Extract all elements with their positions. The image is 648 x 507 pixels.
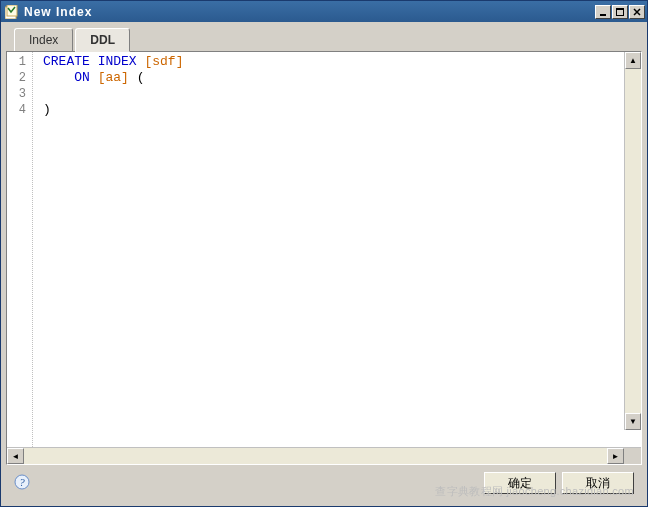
scroll-down-arrow[interactable]: ▼ bbox=[625, 413, 641, 430]
editor-frame: 1 2 3 4 CREATE INDEX [sdf] ON [aa] ( ) ▲… bbox=[6, 51, 642, 465]
sql-keyword: CREATE bbox=[43, 54, 90, 69]
tab-ddl[interactable]: DDL bbox=[75, 28, 130, 52]
dialog-content: Index DDL 1 2 3 4 CREATE INDEX [sdf] ON … bbox=[1, 22, 647, 506]
sql-text: ( bbox=[129, 70, 145, 85]
sql-keyword: INDEX bbox=[98, 54, 137, 69]
line-number: 3 bbox=[7, 86, 32, 102]
svg-rect-4 bbox=[616, 8, 624, 10]
scroll-up-arrow[interactable]: ▲ bbox=[625, 52, 641, 69]
title-bar[interactable]: New Index bbox=[1, 1, 647, 22]
scroll-corner bbox=[624, 448, 641, 464]
sql-keyword: ON bbox=[74, 70, 90, 85]
sql-text: ) bbox=[43, 102, 51, 117]
ok-button[interactable]: 确定 bbox=[484, 472, 556, 494]
window-title: New Index bbox=[24, 5, 595, 19]
line-number: 1 bbox=[7, 54, 32, 70]
line-number: 4 bbox=[7, 102, 32, 118]
editor-body: 1 2 3 4 CREATE INDEX [sdf] ON [aa] ( ) ▲… bbox=[7, 52, 641, 447]
scroll-right-arrow[interactable]: ► bbox=[607, 448, 624, 464]
tab-bar: Index DDL bbox=[6, 27, 642, 51]
app-icon bbox=[4, 4, 20, 20]
help-icon[interactable]: ? bbox=[14, 474, 30, 493]
vertical-scrollbar[interactable]: ▲ ▼ bbox=[624, 52, 641, 430]
sql-identifier: [sdf] bbox=[144, 54, 183, 69]
code-editor[interactable]: CREATE INDEX [sdf] ON [aa] ( ) bbox=[33, 52, 641, 447]
line-gutter: 1 2 3 4 bbox=[7, 52, 33, 447]
scroll-track[interactable] bbox=[24, 448, 607, 464]
minimize-button[interactable] bbox=[595, 5, 611, 19]
dialog-footer: ? 确定 取消 bbox=[6, 465, 642, 501]
line-number: 2 bbox=[7, 70, 32, 86]
tab-index[interactable]: Index bbox=[14, 28, 73, 51]
maximize-button[interactable] bbox=[612, 5, 628, 19]
svg-text:?: ? bbox=[19, 476, 25, 488]
window-controls bbox=[595, 5, 645, 19]
scroll-left-arrow[interactable]: ◄ bbox=[7, 448, 24, 464]
close-button[interactable] bbox=[629, 5, 645, 19]
dialog-window: New Index Index DDL 1 2 3 4 bbox=[0, 0, 648, 507]
cancel-button[interactable]: 取消 bbox=[562, 472, 634, 494]
horizontal-scrollbar[interactable]: ◄ ► bbox=[7, 447, 641, 464]
svg-rect-2 bbox=[600, 14, 606, 16]
sql-identifier: [aa] bbox=[98, 70, 129, 85]
